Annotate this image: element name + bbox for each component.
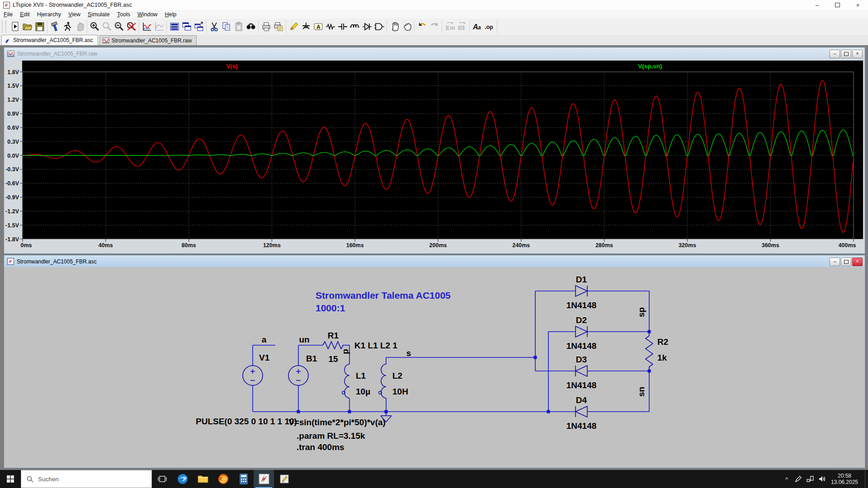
save-icon[interactable] bbox=[33, 21, 46, 33]
undo-icon[interactable] bbox=[416, 21, 428, 33]
restore-windows-icon[interactable] bbox=[193, 21, 205, 33]
toolbar-group bbox=[167, 20, 207, 33]
copy-icon[interactable] bbox=[220, 21, 232, 33]
paste-icon[interactable] bbox=[232, 21, 245, 33]
start-button[interactable] bbox=[0, 470, 21, 488]
diode-icon[interactable] bbox=[361, 21, 373, 33]
ink-workspace-icon[interactable] bbox=[793, 470, 804, 488]
tab-waveform[interactable]: Stromwandler_AC1005_FBR.raw bbox=[99, 35, 197, 45]
svg-text:0.9V: 0.9V bbox=[7, 111, 19, 117]
waveform-window-title-bar[interactable]: Stromwandler_AC1005_FBR.raw – × bbox=[5, 48, 864, 59]
halt-icon[interactable] bbox=[73, 21, 85, 33]
taskbar-app-calculator[interactable] bbox=[233, 470, 254, 488]
ground-icon[interactable] bbox=[300, 21, 312, 33]
menu-item-file[interactable]: File bbox=[0, 10, 16, 19]
resistor-icon[interactable] bbox=[324, 21, 336, 33]
schematic-window-icon bbox=[7, 258, 14, 265]
toolbar-grip[interactable] bbox=[2, 21, 6, 33]
taskbar-app-task-view[interactable] bbox=[152, 470, 172, 488]
edit-pencil-icon[interactable] bbox=[288, 21, 300, 33]
schematic-maximize-button[interactable] bbox=[841, 258, 851, 266]
waveform-minimize-button[interactable]: – bbox=[830, 50, 840, 58]
schematic-window-buttons: – × bbox=[830, 258, 863, 266]
new-schematic-icon[interactable] bbox=[9, 21, 21, 33]
tab-schematic[interactable]: Stromwandler_AC1005_FBR.asc bbox=[1, 35, 98, 45]
print-preview-icon[interactable] bbox=[272, 21, 284, 33]
schematic-canvas[interactable]: Stromwandler Talema AC10051000:1aV1unB1R… bbox=[4, 267, 864, 467]
redo-icon[interactable] bbox=[428, 21, 440, 33]
menu-item-view[interactable]: View bbox=[65, 10, 84, 19]
minimize-button[interactable]: – bbox=[807, 0, 827, 10]
component-icon[interactable] bbox=[373, 21, 385, 33]
svg-text:.param RL=3.15k: .param RL=3.15k bbox=[297, 431, 365, 441]
taskbar-clock[interactable]: 20:5813.06.2025 bbox=[828, 473, 861, 485]
zoom-out-icon[interactable] bbox=[113, 21, 125, 33]
schematic-minimize-button[interactable]: – bbox=[830, 258, 840, 266]
cut-icon[interactable] bbox=[208, 21, 220, 33]
waveform-window-buttons: – × bbox=[830, 50, 863, 58]
tile-windows-icon[interactable] bbox=[168, 21, 180, 33]
svg-text:10H: 10H bbox=[392, 387, 408, 396]
tray-chevron[interactable]: ^ bbox=[781, 470, 793, 488]
menu-item-window[interactable]: Window bbox=[134, 10, 161, 19]
svg-text:0.0V: 0.0V bbox=[7, 153, 19, 159]
taskbar-app-browser-blue[interactable] bbox=[172, 470, 193, 488]
network-icon[interactable] bbox=[804, 470, 816, 488]
show-desktop-button[interactable] bbox=[865, 470, 868, 488]
svg-text:1N4148: 1N4148 bbox=[566, 421, 597, 431]
svg-text:-0.3V: -0.3V bbox=[5, 166, 19, 173]
mirror-icon[interactable]: Em bbox=[443, 21, 456, 33]
taskbar-app-ltspice[interactable] bbox=[254, 470, 274, 488]
menu-item-tools[interactable]: Tools bbox=[113, 10, 134, 19]
svg-text:D4: D4 bbox=[576, 395, 587, 405]
close-button[interactable]: × bbox=[848, 0, 868, 10]
volume-icon[interactable] bbox=[816, 470, 828, 488]
svg-text:PULSE(0 325 0 10 1 1 10): PULSE(0 325 0 10 1 1 10) bbox=[196, 417, 297, 426]
autorange-icon[interactable] bbox=[141, 21, 153, 33]
menu-item-hierarchy[interactable]: Hierarchy bbox=[33, 10, 65, 19]
menu-item-simulate[interactable]: Simulate bbox=[84, 10, 113, 19]
net-label-icon[interactable]: A bbox=[312, 21, 324, 33]
search-placeholder: Suchen bbox=[38, 476, 59, 483]
mdi-area: Stromwandler_AC1005_FBR.raw – × 1.8V1.5V… bbox=[0, 45, 868, 470]
ltspice-screen: LTspice XVII - Stromwandler_AC1005_FBR.a… bbox=[0, 0, 868, 488]
svg-text:V(s): V(s) bbox=[226, 63, 238, 70]
menu-item-edit[interactable]: Edit bbox=[16, 10, 33, 19]
cascade-windows-icon[interactable] bbox=[180, 21, 193, 33]
toolbar-group: Aa.op bbox=[470, 20, 497, 33]
svg-text:-1.8V: -1.8V bbox=[5, 236, 19, 243]
text-tool-icon[interactable]: Aa bbox=[471, 21, 483, 33]
taskbar-app-firefox[interactable] bbox=[213, 470, 233, 488]
taskbar-app-file-explorer[interactable] bbox=[193, 470, 213, 488]
zoom-in-icon[interactable] bbox=[89, 21, 101, 33]
svg-text:200ms: 200ms bbox=[429, 242, 447, 249]
drag-icon[interactable] bbox=[401, 21, 413, 33]
clock-date: 13.06.2025 bbox=[828, 479, 861, 485]
schematic-window-title-bar[interactable]: Stromwandler_AC1005_FBR.asc – × bbox=[5, 256, 864, 267]
waveform-close-button[interactable]: × bbox=[852, 50, 863, 58]
svg-text:D2: D2 bbox=[576, 315, 587, 325]
taskbar-search[interactable]: Suchen bbox=[21, 470, 152, 488]
clock-time: 20:58 bbox=[828, 473, 861, 479]
svg-text:sn: sn bbox=[637, 387, 646, 397]
fft-icon[interactable] bbox=[153, 21, 165, 33]
zoom-full-icon[interactable] bbox=[125, 21, 137, 33]
open-icon[interactable] bbox=[21, 21, 33, 33]
waveform-maximize-button[interactable] bbox=[841, 50, 851, 58]
maximize-button[interactable] bbox=[827, 0, 848, 10]
move-icon[interactable] bbox=[388, 21, 401, 33]
rotate-icon[interactable]: EE bbox=[456, 21, 468, 33]
menu-item-help[interactable]: Help bbox=[161, 10, 180, 19]
run-icon[interactable] bbox=[61, 21, 73, 33]
zoom-back-icon[interactable] bbox=[101, 21, 113, 33]
inductor-icon[interactable] bbox=[349, 21, 361, 33]
schematic-close-button[interactable]: × bbox=[852, 258, 863, 266]
capacitor-icon[interactable] bbox=[336, 21, 349, 33]
taskbar-app-snip[interactable] bbox=[274, 470, 294, 488]
find-icon[interactable] bbox=[245, 21, 257, 33]
control-panel-icon[interactable] bbox=[49, 21, 61, 33]
spice-directive-icon[interactable]: .op bbox=[483, 21, 495, 33]
print-icon[interactable] bbox=[260, 21, 272, 33]
waveform-plot-canvas[interactable]: 1.8V1.5V1.2V0.9V0.6V0.3V0.0V-0.3V-0.6V-0… bbox=[4, 59, 864, 253]
menu-bar: FileEditHierarchyViewSimulateToolsWindow… bbox=[0, 10, 868, 19]
